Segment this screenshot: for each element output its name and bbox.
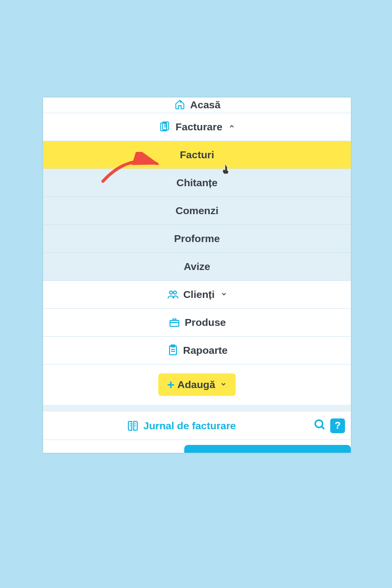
search-icon[interactable] bbox=[314, 418, 326, 433]
home-icon bbox=[173, 98, 186, 111]
nav-invoicing-label: Facturare bbox=[175, 121, 222, 133]
nav-home[interactable]: Acasă bbox=[43, 98, 351, 113]
nav-home-label: Acasă bbox=[190, 99, 220, 111]
nav-clients[interactable]: Clienți bbox=[43, 281, 351, 309]
submenu-notices-label: Avize bbox=[184, 261, 210, 272]
submenu-invoices-label: Facturi bbox=[180, 149, 214, 161]
svg-rect-0 bbox=[180, 101, 181, 102]
footer-padding bbox=[43, 405, 351, 412]
products-icon bbox=[168, 316, 181, 329]
journal-icon bbox=[126, 419, 139, 432]
submenu-receipts[interactable]: Chitanțe bbox=[43, 169, 351, 197]
nav-invoicing[interactable]: Facturare bbox=[43, 113, 351, 141]
nav-panel: Acasă Facturare Facturi Chitanțe Comenzi… bbox=[43, 98, 351, 453]
bottom-strip bbox=[43, 440, 351, 453]
submenu-receipts-label: Chitanțe bbox=[176, 177, 218, 189]
nav-reports-label: Rapoarte bbox=[183, 344, 227, 356]
chevron-up-icon bbox=[228, 123, 235, 131]
plus-icon: + bbox=[167, 378, 174, 391]
nav-reports[interactable]: Rapoarte bbox=[43, 337, 351, 365]
add-button-label: Adaugă bbox=[177, 379, 215, 391]
reports-icon bbox=[166, 344, 179, 357]
journal-label: Jurnal de facturare bbox=[143, 420, 236, 432]
invoicing-submenu: Facturi Chitanțe Comenzi Proforme Avize bbox=[43, 141, 351, 281]
chevron-down-icon bbox=[220, 381, 227, 389]
nav-clients-label: Clienți bbox=[183, 289, 215, 300]
svg-point-17 bbox=[315, 420, 322, 427]
submenu-invoices[interactable]: Facturi bbox=[43, 141, 351, 169]
submenu-orders-label: Comenzi bbox=[175, 205, 219, 217]
help-icon[interactable]: ? bbox=[330, 418, 345, 433]
partial-button-peek bbox=[184, 445, 351, 453]
footer-bar: Jurnal de facturare ? bbox=[43, 412, 351, 440]
svg-rect-8 bbox=[170, 320, 179, 326]
chevron-down-icon bbox=[220, 291, 227, 299]
nav-products[interactable]: Produse bbox=[43, 309, 351, 337]
add-button[interactable]: + Adaugă bbox=[158, 373, 236, 396]
submenu-proformas-label: Proforme bbox=[174, 233, 220, 245]
invoicing-icon bbox=[159, 121, 172, 133]
svg-point-7 bbox=[173, 291, 176, 294]
add-row: + Adaugă bbox=[43, 365, 351, 405]
svg-point-6 bbox=[170, 291, 172, 294]
journal-link[interactable]: Jurnal de facturare bbox=[49, 419, 314, 432]
help-label: ? bbox=[335, 420, 341, 431]
nav-products-label: Produse bbox=[185, 317, 226, 328]
submenu-notices[interactable]: Avize bbox=[43, 253, 351, 281]
submenu-orders[interactable]: Comenzi bbox=[43, 197, 351, 225]
submenu-proformas[interactable]: Proforme bbox=[43, 225, 351, 253]
footer-actions: ? bbox=[314, 418, 345, 433]
clients-icon bbox=[167, 288, 179, 301]
svg-line-18 bbox=[321, 426, 324, 429]
